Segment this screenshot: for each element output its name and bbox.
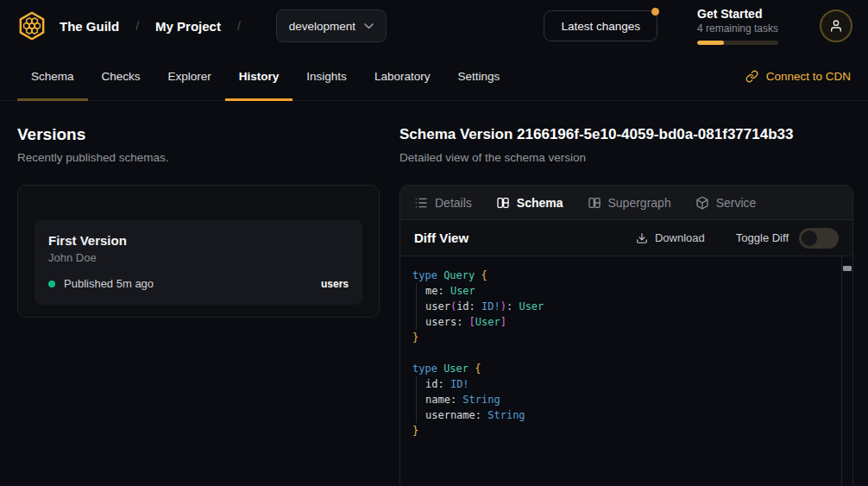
chevron-down-icon: [364, 23, 374, 29]
code-scrollbar[interactable]: [841, 256, 852, 485]
download-button[interactable]: Download: [636, 231, 705, 244]
detail-tab-label: Details: [435, 196, 472, 210]
detail-tab-schema[interactable]: Schema: [496, 196, 563, 210]
detail-tab-details[interactable]: Details: [414, 196, 472, 210]
download-label: Download: [655, 231, 705, 244]
schema-version-panel: Schema Version 2166196f-5e10-4059-bd0a-0…: [399, 125, 853, 485]
version-name: First Version: [48, 233, 349, 248]
code-scrollbar-thumb[interactable]: [843, 266, 852, 271]
list-icon: [414, 196, 428, 210]
detail-tab-service[interactable]: Service: [695, 196, 757, 210]
tab-explorer[interactable]: Explorer: [154, 52, 225, 100]
hive-logo[interactable]: [16, 9, 48, 42]
breadcrumb-separator: /: [237, 19, 241, 33]
get-started-subtitle: 4 remaining tasks: [697, 22, 780, 35]
detail-tab-label: Supergraph: [608, 196, 671, 210]
latest-changes-label: Latest changes: [561, 20, 640, 33]
diff-view-toolbar: Diff View Download Toggle Diff: [400, 220, 852, 256]
progress-fill: [697, 41, 724, 45]
published-status-dot: [48, 281, 55, 287]
get-started-title: Get Started: [697, 7, 780, 21]
diff-view-title: Diff View: [414, 230, 469, 245]
schema-version-card: Details Schema Supergraph Service: [399, 185, 853, 485]
link-icon: [745, 70, 758, 83]
version-service-badge: users: [321, 278, 349, 290]
get-started-progress-track: [697, 41, 778, 45]
app-header: The Guild / My Project / development Lat…: [0, 0, 868, 52]
panels-icon: [588, 196, 601, 210]
connect-to-cdn-label: Connect to CDN: [766, 70, 851, 83]
notification-dot: [651, 8, 659, 16]
tab-schema[interactable]: Schema: [17, 52, 88, 100]
toggle-diff-label: Toggle Diff: [736, 231, 789, 244]
versions-panel: Versions Recently published schemas. Fir…: [17, 125, 380, 318]
breadcrumb-org[interactable]: The Guild: [60, 19, 119, 34]
connect-to-cdn-link[interactable]: Connect to CDN: [745, 52, 851, 100]
schema-code-viewport[interactable]: type Query {me: Useruser(id: ID!): Useru…: [400, 256, 852, 485]
schema-version-subtitle: Detailed view of the schema version: [399, 151, 853, 164]
latest-changes-button[interactable]: Latest changes: [544, 10, 657, 41]
versions-title: Versions: [17, 125, 380, 144]
user-icon: [829, 19, 843, 33]
detail-tab-label: Schema: [517, 196, 563, 210]
toggle-diff-switch[interactable]: [799, 228, 839, 249]
environment-dropdown[interactable]: development: [276, 9, 387, 42]
user-avatar[interactable]: [820, 9, 852, 42]
tab-history[interactable]: History: [225, 52, 293, 100]
download-icon: [636, 232, 648, 244]
code-block: type Query {me: Useruser(id: ID!): Useru…: [400, 256, 852, 439]
tab-settings[interactable]: Settings: [443, 52, 513, 100]
target-nav: Schema Checks Explorer History Insights …: [0, 52, 868, 101]
version-list-item[interactable]: First Version John Doe Published 5m ago …: [35, 220, 362, 305]
versions-subtitle: Recently published schemas.: [17, 151, 380, 164]
tab-checks[interactable]: Checks: [88, 52, 154, 100]
schema-version-title: Schema Version 2166196f-5e10-4059-bd0a-0…: [399, 125, 853, 144]
tab-insights[interactable]: Insights: [292, 52, 361, 100]
get-started-widget[interactable]: Get Started 4 remaining tasks: [697, 7, 780, 45]
breadcrumb-separator: /: [135, 19, 139, 33]
hive-hexagon-icon: [16, 9, 48, 42]
version-author: John Doe: [48, 251, 349, 264]
tab-laboratory[interactable]: Laboratory: [361, 52, 444, 100]
versions-list-card: First Version John Doe Published 5m ago …: [17, 185, 380, 318]
environment-dropdown-value: development: [289, 20, 355, 33]
panels-icon: [496, 196, 510, 210]
toggle-knob: [802, 230, 817, 246]
version-status-row: Published 5m ago users: [48, 277, 349, 290]
cube-icon: [695, 196, 709, 210]
detail-tab-label: Service: [716, 196, 757, 210]
detail-tab-bar: Details Schema Supergraph Service: [400, 186, 852, 220]
detail-tab-supergraph[interactable]: Supergraph: [588, 196, 671, 210]
version-status-text: Published 5m ago: [64, 277, 154, 290]
breadcrumb-project[interactable]: My Project: [155, 19, 221, 34]
